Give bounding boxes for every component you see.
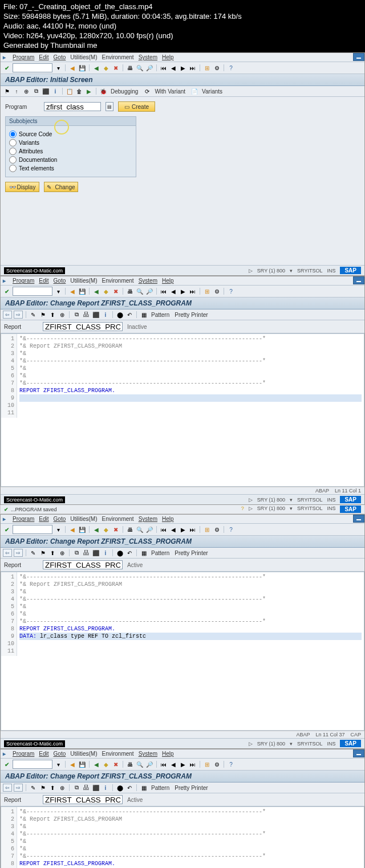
disk-icon[interactable]: 💾 <box>78 287 86 295</box>
help-icon[interactable]: ? <box>227 64 235 72</box>
pretty-label[interactable]: Pretty Printer <box>175 312 208 318</box>
save2-icon[interactable]: 💾 <box>78 64 86 72</box>
radio-source-code[interactable]: Source Code <box>9 131 132 138</box>
delete-icon[interactable]: 🗑 <box>75 87 83 95</box>
find-icon[interactable]: 🔍 <box>136 64 144 72</box>
code-editor[interactable]: 123456789101112131415 *&----------------… <box>1 806 364 868</box>
report-name-input[interactable] <box>43 322 123 331</box>
enter-icon[interactable]: ✔ <box>3 64 11 72</box>
where-used-icon[interactable]: ⧉ <box>32 87 40 95</box>
obj-icon[interactable]: ⬛ <box>42 87 50 95</box>
back-icon[interactable]: ◀ <box>92 525 100 533</box>
lastpage-icon[interactable]: ⏭ <box>189 287 197 295</box>
firstpage-icon[interactable]: ⏮ <box>160 287 168 295</box>
newsession-icon[interactable]: ⊞ <box>203 287 211 295</box>
findnext-icon[interactable]: 🔎 <box>145 287 153 295</box>
execute-icon[interactable]: ⊕ <box>58 311 66 319</box>
where-icon[interactable]: ⧉ <box>72 311 80 319</box>
enter-icon[interactable]: ✔ <box>3 760 11 768</box>
radio-attributes[interactable]: Attributes <box>9 148 132 155</box>
program-input[interactable] <box>44 102 101 111</box>
activate-icon[interactable]: ⬆ <box>48 311 56 319</box>
find-icon[interactable]: 🔍 <box>136 287 144 295</box>
other-icon[interactable]: ✎ <box>29 311 37 319</box>
menu-help[interactable]: Help <box>162 54 174 60</box>
code-editor[interactable]: 1234567891011 *&------------------------… <box>1 333 364 487</box>
check-icon[interactable]: ⚑ <box>39 311 47 319</box>
check-icon[interactable]: ⚑ <box>3 87 11 95</box>
menu-program[interactable]: Program <box>13 54 34 60</box>
f4-help-icon[interactable]: ▤ <box>106 102 113 111</box>
save-icon[interactable]: ◀ <box>68 64 76 72</box>
back-icon[interactable]: ◀ <box>92 64 100 72</box>
nav-back-icon[interactable]: ⇦ <box>3 549 12 557</box>
menu-edit[interactable]: Edit <box>39 278 48 284</box>
dropdown-icon[interactable]: ▾ <box>54 287 62 295</box>
menu-system[interactable]: System <box>139 278 157 284</box>
copy-icon[interactable]: 📋 <box>66 87 74 95</box>
nav-back-icon[interactable]: ⇦ <box>3 311 12 319</box>
save-icon[interactable]: ◀ <box>68 525 76 533</box>
display-button[interactable]: 👓Display <box>5 182 39 192</box>
menu-expand-icon[interactable]: ▸ <box>3 751 6 757</box>
minimize-button[interactable] <box>353 53 364 61</box>
help-icon[interactable]: ? <box>227 287 235 295</box>
newsession-icon[interactable]: ⊞ <box>203 64 211 72</box>
command-field[interactable] <box>13 525 52 534</box>
menu-system[interactable]: System <box>139 54 157 60</box>
exit-icon[interactable]: ◆ <box>102 287 110 295</box>
nextpage-icon[interactable]: ▶ <box>179 64 187 72</box>
command-field[interactable] <box>13 760 52 769</box>
command-field[interactable] <box>13 63 52 72</box>
pattern-label[interactable]: Pattern <box>151 312 169 318</box>
radio-text-elements[interactable]: Text elements <box>9 165 132 172</box>
disk-icon[interactable]: 💾 <box>78 525 86 533</box>
obj-icon[interactable]: ⬛ <box>92 311 100 319</box>
menu-environment[interactable]: Environment <box>102 278 134 284</box>
run-icon[interactable]: ▶ <box>85 87 93 95</box>
menu-goto[interactable]: Goto <box>54 278 66 284</box>
save-icon[interactable]: ◀ <box>68 287 76 295</box>
lastpage-icon[interactable]: ⏭ <box>189 64 197 72</box>
prevpage-icon[interactable]: ◀ <box>169 64 177 72</box>
code-editor[interactable]: 1234567891011 *&------------------------… <box>1 572 364 731</box>
debugging-label[interactable]: Debugging <box>111 88 138 95</box>
findnext-icon[interactable]: 🔎 <box>145 64 153 72</box>
nav-fwd-icon[interactable]: ⇨ <box>14 549 23 557</box>
menu-edit[interactable]: Edit <box>39 54 48 60</box>
variants-icon[interactable]: 📄 <box>190 87 198 95</box>
withvariant-icon[interactable]: ⟳ <box>143 87 151 95</box>
bp-icon[interactable]: ⬤ <box>116 311 124 319</box>
exit-icon[interactable]: ◆ <box>102 64 110 72</box>
undo-icon[interactable]: ↶ <box>125 311 133 319</box>
enter-icon[interactable]: ✔ <box>3 287 11 295</box>
print-icon[interactable]: 🖶 <box>126 287 134 295</box>
menu-environment[interactable]: Environment <box>102 54 134 60</box>
cancel-icon[interactable]: ✖ <box>112 525 120 533</box>
menu-expand-icon[interactable]: ▸ <box>3 54 6 60</box>
menu-goto[interactable]: Goto <box>54 54 66 60</box>
nextpage-icon[interactable]: ▶ <box>179 287 187 295</box>
print-icon[interactable]: 🖶 <box>126 64 134 72</box>
report-name-input[interactable] <box>43 560 123 569</box>
nav-fwd-icon[interactable]: ⇨ <box>14 311 23 319</box>
command-field[interactable] <box>13 287 52 296</box>
execute-icon[interactable]: ⊕ <box>22 87 30 95</box>
dropdown-icon[interactable]: ▾ <box>54 64 62 72</box>
info-icon[interactable]: i <box>51 87 59 95</box>
menu-help[interactable]: Help <box>162 278 174 284</box>
withvariant-label[interactable]: With Variant <box>155 88 185 95</box>
menu-expand-icon[interactable]: ▸ <box>3 278 6 284</box>
create-button[interactable]: ▭Create <box>118 101 155 112</box>
nav-fwd-icon[interactable]: ⇨ <box>14 784 23 792</box>
minimize-button[interactable] <box>353 749 364 757</box>
report-name-input[interactable] <box>43 795 123 804</box>
layout-icon[interactable]: ⚙ <box>213 287 221 295</box>
menu-program[interactable]: Program <box>13 278 34 284</box>
firstpage-icon[interactable]: ⏮ <box>160 64 168 72</box>
pattern-icon[interactable]: ▦ <box>140 311 148 319</box>
minimize-button[interactable] <box>353 515 364 523</box>
variants-label[interactable]: Variants <box>202 88 222 95</box>
menu-expand-icon[interactable]: ▸ <box>3 516 6 522</box>
back-icon[interactable]: ◀ <box>92 287 100 295</box>
